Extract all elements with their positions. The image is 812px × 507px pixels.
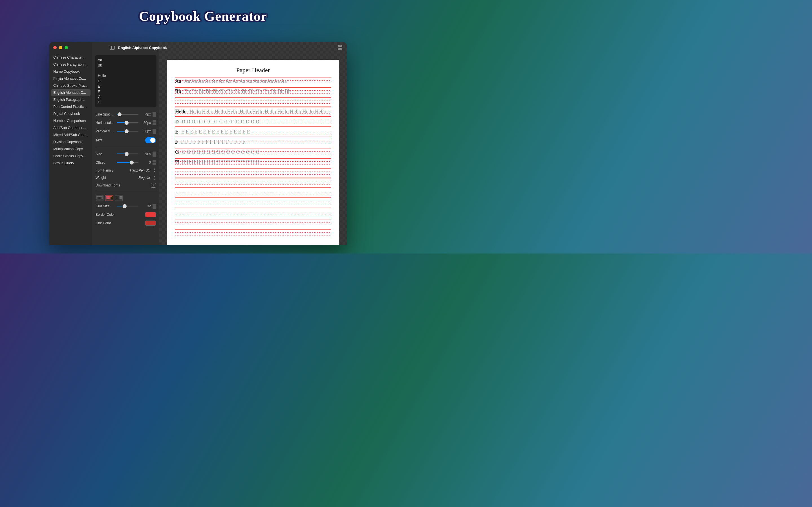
size-label: Size — [96, 152, 115, 156]
line-spacing-slider[interactable] — [117, 114, 139, 115]
app-title: Copybook Generator — [139, 8, 267, 24]
grid-style-3[interactable] — [115, 195, 123, 201]
size-stepper[interactable] — [153, 152, 156, 157]
line-spacing-row: Line Spaci... 4px — [95, 110, 156, 119]
sidebar-item-8[interactable]: Digital Copybook — [51, 110, 91, 117]
writing-line — [175, 199, 331, 208]
preview-page: Paper Header AaAa Aa Aa Aa Aa Aa Aa Aa A… — [167, 60, 339, 245]
sidebar: Chinese Character...Chinese Paragraph...… — [49, 42, 92, 245]
size-row: Size 70% — [95, 150, 156, 158]
writing-line — [175, 189, 331, 198]
sidebar-item-3[interactable]: Pinyin Alphabet Co... — [51, 75, 91, 82]
offset-label: Offset — [96, 161, 115, 165]
writing-line: EE E E E E E E E E E E E E E E E — [175, 128, 331, 137]
writing-line — [175, 229, 331, 238]
settings-panel: Aa Bb Hello D E F G H Line Spaci... 4px … — [92, 42, 159, 245]
sidebar-item-0[interactable]: Chinese Character... — [51, 54, 91, 61]
writing-line — [175, 168, 331, 177]
line-color-row: Line Color — [95, 219, 156, 227]
fullscreen-button[interactable] — [64, 46, 68, 49]
sidebar-item-12[interactable]: Division Copybook — [51, 138, 91, 145]
vertical-row: Vertical M... 30px — [95, 127, 156, 135]
vertical-value: 30px — [140, 129, 151, 133]
sidebar-item-7[interactable]: Pen Control Practic... — [51, 103, 91, 110]
titlebar: English Alphabet Copybook — [49, 42, 347, 53]
grid-size-row: Grid Size 32 — [95, 202, 156, 210]
line-spacing-value: 4px — [140, 112, 151, 116]
toggle-sidebar-icon[interactable] — [110, 46, 115, 50]
horizontal-value: 30px — [140, 121, 151, 125]
weight-label: Weight — [96, 176, 115, 180]
traffic-lights — [53, 46, 68, 49]
sidebar-item-15[interactable]: Stroke Query — [51, 160, 91, 166]
writing-line: BbBb Bb Bb Bb Bb Bb Bb Bb Bb Bb Bb Bb Bb… — [175, 87, 331, 96]
writing-line: AaAa Aa Aa Aa Aa Aa Aa Aa Aa Aa Aa Aa Aa… — [175, 77, 331, 86]
paper-header: Paper Header — [175, 66, 331, 74]
grid-size-stepper[interactable] — [153, 204, 156, 209]
grid-size-value: 32 — [140, 204, 151, 208]
sidebar-item-14[interactable]: Learn Clocks Copy... — [51, 153, 91, 159]
line-color-label: Line Color — [96, 221, 111, 225]
sidebar-item-5[interactable]: English Alphabet C... — [51, 89, 91, 96]
border-color-label: Border Color — [96, 213, 115, 217]
grid-size-slider[interactable] — [117, 206, 139, 207]
size-slider[interactable] — [117, 154, 139, 154]
sidebar-item-9[interactable]: Number Comparison — [51, 117, 91, 124]
grid-style-1[interactable] — [96, 195, 103, 201]
grid-style-2[interactable] — [105, 195, 113, 201]
sidebar-item-11[interactable]: Mixed Add/Sub Cop... — [51, 131, 91, 138]
close-button[interactable] — [53, 46, 57, 49]
border-color-row: Border Color — [95, 210, 156, 219]
vertical-slider[interactable] — [117, 131, 139, 131]
horizontal-slider[interactable] — [117, 122, 139, 123]
line-spacing-stepper[interactable] — [153, 112, 156, 117]
weight-row[interactable]: Weight Regular — [95, 174, 156, 181]
horizontal-row: Horizontal... 30px — [95, 119, 156, 127]
window-title: English Alphabet Copybook — [118, 46, 167, 50]
sidebar-item-6[interactable]: English Paragraph... — [51, 96, 91, 103]
line-color-swatch[interactable] — [145, 221, 156, 226]
writing-line — [175, 179, 331, 187]
border-color-swatch[interactable] — [145, 212, 156, 217]
text-input-area[interactable]: Aa Bb Hello D E F G H — [95, 55, 156, 107]
writing-line — [175, 219, 331, 228]
font-download-icon: A — [151, 183, 156, 187]
app-window: English Alphabet Copybook Chinese Charac… — [49, 42, 347, 245]
preview-area: Paper Header AaAa Aa Aa Aa Aa Aa Aa Aa A… — [159, 42, 347, 245]
offset-stepper[interactable] — [153, 160, 156, 165]
horizontal-label: Horizontal... — [96, 121, 115, 125]
writing-line: HH H H H H H H H H H H H H H H H — [175, 158, 331, 167]
vertical-stepper[interactable] — [153, 129, 156, 134]
minimize-button[interactable] — [59, 46, 62, 49]
offset-slider[interactable] — [117, 162, 139, 163]
vertical-label: Vertical M... — [96, 129, 115, 133]
horizontal-stepper[interactable] — [153, 120, 156, 125]
writing-line: FF F F F F F F F F F F F F F F F — [175, 138, 331, 147]
sidebar-item-10[interactable]: Add/Sub Operation... — [51, 124, 91, 131]
grid-view-icon[interactable] — [338, 45, 342, 50]
writing-line — [175, 209, 331, 218]
font-family-label: Font Family — [96, 168, 115, 172]
writing-line: DD D D D D D D D D D D D D D D D — [175, 118, 331, 127]
download-fonts-label: Download Fonts — [96, 183, 120, 187]
font-family-value: HanziPen SC — [130, 168, 150, 172]
size-value: 70% — [140, 152, 151, 156]
sidebar-item-4[interactable]: Chinese Stroke Pra... — [51, 82, 91, 89]
sidebar-item-2[interactable]: Name Copybook — [51, 68, 91, 75]
grid-size-label: Grid Size — [96, 204, 115, 208]
text-toggle[interactable] — [145, 137, 156, 144]
text-toggle-row: Text — [95, 135, 156, 145]
chevron-updown-icon — [153, 176, 156, 180]
chevron-updown-icon — [153, 168, 156, 172]
font-family-row[interactable]: Font Family HanziPen SC — [95, 167, 156, 174]
sidebar-item-13[interactable]: Multiplication Copy... — [51, 146, 91, 152]
writing-line: GG G G G G G G G G G G G G G G G — [175, 148, 331, 157]
grid-style-options — [95, 194, 156, 202]
line-spacing-label: Line Spaci... — [96, 112, 115, 116]
writing-line — [175, 98, 331, 107]
writing-line: HelloHello Hello Hello Hello Hello Hello… — [175, 108, 331, 117]
weight-value: Regular — [139, 176, 150, 180]
sidebar-item-1[interactable]: Chinese Paragraph... — [51, 61, 91, 68]
text-toggle-label: Text — [96, 138, 115, 142]
download-fonts-row[interactable]: Download Fonts A — [95, 181, 156, 189]
